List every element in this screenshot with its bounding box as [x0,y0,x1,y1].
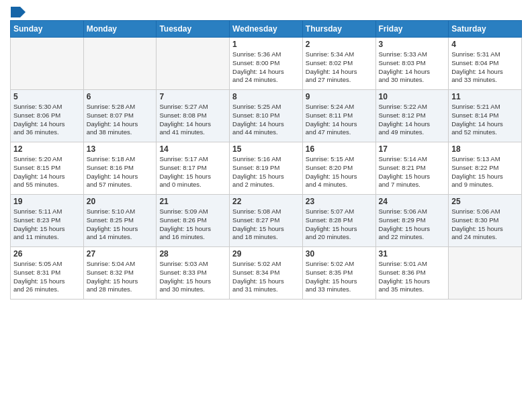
calendar-day-cell: 11Sunrise: 5:21 AM Sunset: 8:14 PM Dayli… [449,90,522,142]
day-info: Sunrise: 5:18 AM Sunset: 8:16 PM Dayligh… [87,155,154,189]
day-number: 13 [87,144,154,154]
weekday-header: Saturday [449,21,522,38]
calendar-day-cell [157,38,230,90]
day-number: 12 [13,144,81,154]
day-number: 2 [306,40,373,49]
day-number: 14 [159,144,226,154]
calendar-week-row: 1Sunrise: 5:36 AM Sunset: 8:00 PM Daylig… [11,38,522,90]
weekday-header: Tuesday [157,21,230,38]
calendar-day-cell: 31Sunrise: 5:01 AM Sunset: 8:36 PM Dayli… [375,247,449,300]
day-info: Sunrise: 5:01 AM Sunset: 8:36 PM Dayligh… [379,260,446,294]
weekday-header: Wednesday [230,21,303,38]
day-info: Sunrise: 5:07 AM Sunset: 8:28 PM Dayligh… [306,208,373,242]
calendar-day-cell: 18Sunrise: 5:13 AM Sunset: 8:22 PM Dayli… [449,142,522,195]
header [10,7,522,15]
day-number: 29 [232,249,300,259]
day-info: Sunrise: 5:11 AM Sunset: 8:23 PM Dayligh… [13,208,81,242]
calendar-day-cell: 19Sunrise: 5:11 AM Sunset: 8:23 PM Dayli… [11,195,84,247]
calendar-day-cell: 2Sunrise: 5:34 AM Sunset: 8:02 PM Daylig… [302,38,375,90]
calendar-day-cell: 7Sunrise: 5:27 AM Sunset: 8:08 PM Daylig… [157,90,230,142]
calendar-day-cell [11,38,84,90]
calendar-day-cell [449,247,522,300]
day-number: 31 [379,249,446,259]
calendar-day-cell: 20Sunrise: 5:10 AM Sunset: 8:25 PM Dayli… [83,195,157,247]
day-number: 28 [159,249,226,259]
day-info: Sunrise: 5:30 AM Sunset: 8:06 PM Dayligh… [13,103,81,137]
calendar-day-cell: 1Sunrise: 5:36 AM Sunset: 8:00 PM Daylig… [230,38,303,90]
calendar-week-row: 19Sunrise: 5:11 AM Sunset: 8:23 PM Dayli… [11,195,522,247]
day-info: Sunrise: 5:16 AM Sunset: 8:19 PM Dayligh… [232,155,300,189]
day-number: 19 [13,197,81,206]
calendar-day-cell: 24Sunrise: 5:06 AM Sunset: 8:29 PM Dayli… [375,195,449,247]
day-info: Sunrise: 5:04 AM Sunset: 8:32 PM Dayligh… [87,260,154,294]
day-info: Sunrise: 5:02 AM Sunset: 8:35 PM Dayligh… [306,260,373,294]
calendar-table: SundayMondayTuesdayWednesdayThursdayFrid… [10,20,522,300]
day-number: 1 [232,40,300,49]
day-number: 22 [232,197,300,206]
calendar-week-row: 12Sunrise: 5:20 AM Sunset: 8:15 PM Dayli… [11,142,522,195]
day-info: Sunrise: 5:31 AM Sunset: 8:04 PM Dayligh… [451,50,519,85]
calendar-day-cell: 27Sunrise: 5:04 AM Sunset: 8:32 PM Dayli… [83,247,157,300]
day-number: 20 [87,197,154,206]
day-number: 21 [159,197,226,206]
calendar-day-cell: 30Sunrise: 5:02 AM Sunset: 8:35 PM Dayli… [302,247,375,300]
day-number: 25 [451,197,519,206]
day-info: Sunrise: 5:13 AM Sunset: 8:22 PM Dayligh… [451,155,519,189]
day-number: 17 [379,144,446,154]
day-number: 27 [87,249,154,259]
day-number: 7 [159,92,226,101]
day-number: 6 [87,92,154,101]
day-info: Sunrise: 5:06 AM Sunset: 8:29 PM Dayligh… [379,208,446,242]
day-info: Sunrise: 5:14 AM Sunset: 8:21 PM Dayligh… [379,155,446,189]
calendar-header-row: SundayMondayTuesdayWednesdayThursdayFrid… [11,21,522,38]
calendar-week-row: 26Sunrise: 5:05 AM Sunset: 8:31 PM Dayli… [11,247,522,300]
day-info: Sunrise: 5:25 AM Sunset: 8:10 PM Dayligh… [232,103,300,137]
day-info: Sunrise: 5:02 AM Sunset: 8:34 PM Dayligh… [232,260,300,294]
day-number: 4 [451,40,519,49]
page-container: SundayMondayTuesdayWednesdayThursdayFrid… [0,0,532,306]
day-info: Sunrise: 5:20 AM Sunset: 8:15 PM Dayligh… [13,155,81,189]
weekday-header: Friday [375,21,449,38]
day-info: Sunrise: 5:09 AM Sunset: 8:26 PM Dayligh… [159,208,226,242]
day-info: Sunrise: 5:33 AM Sunset: 8:03 PM Dayligh… [379,50,446,85]
day-info: Sunrise: 5:15 AM Sunset: 8:20 PM Dayligh… [306,155,373,189]
day-number: 10 [379,92,446,101]
calendar-day-cell: 28Sunrise: 5:03 AM Sunset: 8:33 PM Dayli… [157,247,230,300]
calendar-day-cell: 12Sunrise: 5:20 AM Sunset: 8:15 PM Dayli… [11,142,84,195]
calendar-day-cell: 17Sunrise: 5:14 AM Sunset: 8:21 PM Dayli… [375,142,449,195]
calendar-day-cell: 22Sunrise: 5:08 AM Sunset: 8:27 PM Dayli… [230,195,303,247]
calendar-week-row: 5Sunrise: 5:30 AM Sunset: 8:06 PM Daylig… [11,90,522,142]
day-info: Sunrise: 5:10 AM Sunset: 8:25 PM Dayligh… [87,208,154,242]
weekday-header: Thursday [302,21,375,38]
calendar-day-cell: 13Sunrise: 5:18 AM Sunset: 8:16 PM Dayli… [83,142,157,195]
calendar-day-cell: 21Sunrise: 5:09 AM Sunset: 8:26 PM Dayli… [157,195,230,247]
calendar-day-cell: 25Sunrise: 5:06 AM Sunset: 8:30 PM Dayli… [449,195,522,247]
day-info: Sunrise: 5:08 AM Sunset: 8:27 PM Dayligh… [232,208,300,242]
day-number: 23 [306,197,373,206]
day-info: Sunrise: 5:28 AM Sunset: 8:07 PM Dayligh… [87,103,154,137]
day-number: 8 [232,92,300,101]
day-number: 18 [451,144,519,154]
day-info: Sunrise: 5:05 AM Sunset: 8:31 PM Dayligh… [13,260,81,294]
day-number: 24 [379,197,446,206]
day-info: Sunrise: 5:21 AM Sunset: 8:14 PM Dayligh… [451,103,519,137]
day-number: 9 [306,92,373,101]
day-number: 11 [451,92,519,101]
calendar-day-cell: 23Sunrise: 5:07 AM Sunset: 8:28 PM Dayli… [302,195,375,247]
logo-bird-icon [11,7,26,17]
day-info: Sunrise: 5:03 AM Sunset: 8:33 PM Dayligh… [159,260,226,294]
day-info: Sunrise: 5:24 AM Sunset: 8:11 PM Dayligh… [306,103,373,137]
calendar-day-cell [83,38,157,90]
day-number: 3 [379,40,446,49]
calendar-day-cell: 26Sunrise: 5:05 AM Sunset: 8:31 PM Dayli… [11,247,84,300]
day-info: Sunrise: 5:34 AM Sunset: 8:02 PM Dayligh… [306,50,373,85]
calendar-day-cell: 5Sunrise: 5:30 AM Sunset: 8:06 PM Daylig… [11,90,84,142]
day-info: Sunrise: 5:17 AM Sunset: 8:17 PM Dayligh… [159,155,226,189]
calendar-day-cell: 16Sunrise: 5:15 AM Sunset: 8:20 PM Dayli… [302,142,375,195]
logo-row [10,7,26,17]
day-number: 26 [13,249,81,259]
calendar-day-cell: 15Sunrise: 5:16 AM Sunset: 8:19 PM Dayli… [230,142,303,195]
day-info: Sunrise: 5:06 AM Sunset: 8:30 PM Dayligh… [451,208,519,242]
day-info: Sunrise: 5:27 AM Sunset: 8:08 PM Dayligh… [159,103,226,137]
logo [10,7,26,15]
